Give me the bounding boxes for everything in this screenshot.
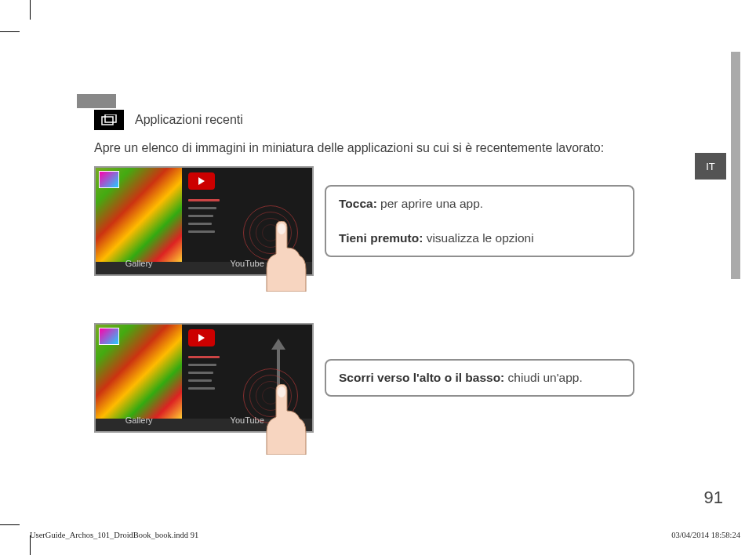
swipe-text: chiudi un'app. [504,371,582,384]
svg-point-2 [278,223,285,234]
side-shade [731,52,740,279]
svg-rect-1 [105,114,116,122]
svg-rect-0 [102,117,113,125]
hold-text: visualizza le opzioni [423,231,533,245]
section-title-row: Applicazioni recenti [94,110,721,130]
youtube-icon [188,172,215,190]
content: Applicazioni recenti Apre un elenco di i… [94,110,721,480]
gesture-row-swipe: Gallery YouTube Scorri verso l'alto o il… [94,323,721,433]
footer-file: UserGuide_Archos_101_DroidBook_book.indd… [30,531,198,539]
crop-mark [30,0,31,20]
screenshot-thumb: Gallery YouTube [94,323,314,433]
thumb-gallery-tile [96,168,182,262]
print-footer: UserGuide_Archos_101_DroidBook_book.indd… [30,531,740,539]
intro-text: Apre un elenco di immagini in miniatura … [94,141,721,155]
svg-point-3 [278,386,285,397]
callout-swipe: Scorri verso l'alto o il basso: chiudi u… [325,359,634,397]
crop-mark [0,524,20,525]
section-title: Applicazioni recenti [135,113,243,127]
thumb-label-gallery: Gallery [96,415,182,430]
hold-label: Tieni premuto: [339,231,423,245]
tap-label: Tocca: [339,197,377,210]
page: IT Applicazioni recenti Apre un elenco d… [30,31,740,525]
thumb-gallery-tile [96,325,182,419]
screenshot-thumb: Gallery YouTube [94,166,314,276]
gesture-row-tap: Gallery YouTube Tocca: per aprire una ap… [94,166,721,276]
finger-icon [260,384,307,455]
header-bar [77,94,116,108]
footer-timestamp: 03/04/2014 18:58:24 [671,531,740,539]
recent-apps-icon [94,110,124,130]
tap-text: per aprire una app. [377,197,483,210]
callout-tap-hold: Tocca: per aprire una app. Tieni premuto… [325,185,634,257]
page-number: 91 [704,488,723,508]
crop-mark [0,31,20,32]
thumb-label-gallery: Gallery [96,259,182,273]
finger-icon [260,221,307,292]
youtube-icon [188,329,215,346]
swipe-label: Scorri verso l'alto o il basso: [339,371,504,384]
